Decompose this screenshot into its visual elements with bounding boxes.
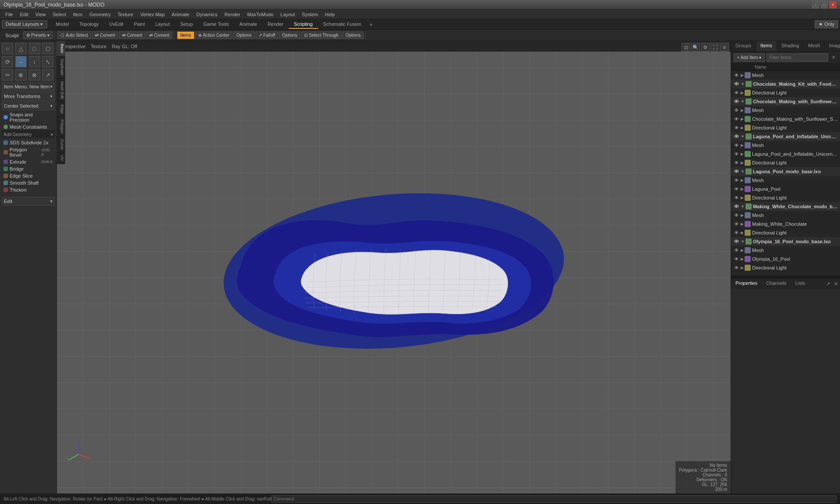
cut-icon-btn[interactable]: ✂ (2, 69, 13, 80)
list-item[interactable]: 👁 ▶ Making_White_Chocolate (731, 220, 840, 228)
command-input[interactable] (271, 495, 836, 503)
falloff-button[interactable]: ↗ Falloff (256, 32, 278, 39)
vp-fullscreen-icon[interactable]: ⛶ (710, 43, 719, 52)
options3-button[interactable]: Options (343, 32, 364, 39)
item-list[interactable]: 👁 ▶ Mesh 👁 ▼ Chocolate_Making_Kit_with_F… (731, 71, 840, 276)
visibility-icon[interactable]: 👁 (733, 107, 740, 114)
vp-settings-icon[interactable]: ⚙ (701, 43, 710, 52)
arrow-icon-btn[interactable]: ↗ (42, 69, 53, 80)
item-menu-dropdown[interactable]: Item Menu: New Item ▾ (2, 82, 55, 91)
tab-groups[interactable]: Groups (731, 41, 756, 51)
list-item[interactable]: 👁 ▶ Mesh (731, 246, 840, 255)
bottom-expand-icon[interactable]: ↗ (824, 280, 832, 288)
list-item-selected[interactable]: 👁 ▼ Olympia_16_Pool_modo_base.lxo (731, 237, 840, 246)
visibility-icon[interactable]: 👁 (733, 264, 740, 271)
minimize-button[interactable]: − (812, 1, 819, 8)
list-item[interactable]: 👁 ▼ Making_White_Chocolate_modo_base.lxo (731, 202, 840, 211)
tab-channels[interactable]: Channels (762, 279, 791, 289)
edit-dropdown[interactable]: Edit ▾ (2, 197, 55, 206)
viewport[interactable]: Perspective Texture Ray GL: Off ⊡ 🔍 ⚙ ⛶ … (57, 41, 731, 494)
list-item[interactable]: 👁 ▶ Laguna_Pool_and_Inflatable_Unicorn_P… (731, 150, 840, 158)
remove-icon-btn[interactable]: ⊗ (29, 69, 40, 80)
visibility-icon[interactable]: 👁 (733, 229, 740, 236)
layout-dropdown[interactable]: Default Layouts ▾ (2, 20, 47, 28)
filter-clear-icon[interactable]: ✕ (830, 54, 837, 61)
tab-game-tools[interactable]: Game Tools (198, 20, 234, 29)
list-item[interactable]: 👁 ▼ Laguna_Pool_modo_base.lxo (731, 167, 840, 176)
visibility-icon[interactable]: 👁 (733, 98, 740, 105)
tab-uv[interactable]: UV (56, 153, 65, 164)
vp-menu-icon[interactable]: ≡ (720, 43, 729, 52)
circle-icon-btn[interactable]: ○ (2, 43, 13, 54)
menu-layout[interactable]: Layout (277, 11, 298, 18)
list-item[interactable]: 👁 ▶ Mesh (731, 141, 840, 150)
texture-label[interactable]: Texture (91, 44, 106, 49)
square-icon-btn[interactable]: □ (29, 43, 40, 54)
menu-system[interactable]: System (298, 11, 322, 18)
add-item-button[interactable]: + Add Item ▾ (734, 53, 765, 62)
visibility-icon[interactable]: 👁 (733, 80, 740, 88)
menu-view[interactable]: View (32, 11, 49, 18)
menu-geometry[interactable]: Geometry (86, 11, 114, 18)
move-v-icon-btn[interactable]: ↕ (29, 56, 40, 67)
menu-render[interactable]: Render (221, 11, 244, 18)
scale-icon-btn[interactable]: ⤡ (42, 56, 53, 67)
list-item[interactable]: 👁 ▶ Mesh (731, 211, 840, 220)
presets-button[interactable]: ⚙ Presets ▾ (23, 32, 52, 39)
visibility-icon[interactable]: 👁 (733, 220, 740, 228)
visibility-icon[interactable]: 👁 (733, 238, 740, 245)
convert1-button[interactable]: ⇄ Convert (92, 32, 118, 39)
tab-schematic-fusion[interactable]: Schematic Fusion (318, 20, 367, 29)
bridge-item[interactable]: Bridge (2, 165, 55, 172)
tab-topology[interactable]: Topology (74, 20, 104, 29)
menu-help[interactable]: Help (322, 11, 339, 18)
list-item[interactable]: 👁 ▼ Chocolate_Making_with_Sunflower_Seed… (731, 97, 840, 106)
list-item[interactable]: 👁 ▶ Laguna_Pool (731, 185, 840, 193)
list-item[interactable]: 👁 ▶ Mesh (731, 106, 840, 115)
tab-curve[interactable]: Curve (56, 136, 65, 153)
visibility-icon[interactable]: 👁 (733, 124, 740, 131)
menu-file[interactable]: File (2, 11, 17, 18)
visibility-icon[interactable]: 👁 (733, 247, 740, 254)
tab-properties[interactable]: Properties (731, 279, 762, 289)
tab-add-button[interactable]: + (367, 20, 375, 29)
list-item[interactable]: 👁 ▶ Directional Light (731, 263, 840, 272)
auto-select-button[interactable]: ⬡ Auto Select (57, 32, 91, 39)
tab-setup[interactable]: Setup (175, 20, 198, 29)
visibility-icon[interactable]: 👁 (733, 194, 740, 201)
visibility-icon[interactable]: 👁 (733, 203, 740, 210)
sculpt-button[interactable]: Sculpt (2, 32, 22, 39)
tab-items[interactable]: Items (756, 41, 777, 51)
tab-model[interactable]: Model (51, 20, 74, 29)
list-item[interactable]: 👁 ▶ Directional Light (731, 88, 840, 97)
menu-vertex-map[interactable]: Vertex Map (137, 11, 168, 18)
items-button[interactable]: Items (177, 32, 194, 39)
tab-duplicate[interactable]: Duplicate (56, 56, 65, 79)
tab-images[interactable]: Images (825, 41, 840, 51)
tab-shading[interactable]: Shading (777, 41, 804, 51)
menu-select[interactable]: Select (49, 11, 70, 18)
options2-button[interactable]: Options (279, 32, 300, 39)
tab-mesh-edit[interactable]: Mesh Edit (56, 79, 65, 102)
menu-maxtomodo[interactable]: MaxToModo (244, 11, 277, 18)
center-selected-dropdown[interactable]: Center Selected ▾ (2, 102, 55, 110)
maximize-button[interactable]: □ (821, 1, 828, 8)
visibility-icon[interactable]: 👁 (733, 212, 740, 219)
add-icon-btn[interactable]: ⊕ (15, 69, 27, 80)
tab-layout[interactable]: Layout (150, 20, 175, 29)
visibility-icon[interactable]: 👁 (733, 142, 740, 149)
close-button[interactable]: ✕ (830, 1, 836, 8)
bottom-close-icon[interactable]: ✕ (832, 280, 840, 288)
move-h-icon-btn[interactable]: ↔ (15, 56, 27, 67)
list-item[interactable]: 👁 ▶ Directional Light (731, 158, 840, 167)
menu-edit[interactable]: Edit (17, 11, 32, 18)
convert3-button[interactable]: ⇄ Convert (146, 32, 172, 39)
tab-edge[interactable]: Edge (56, 102, 65, 117)
convert2-button[interactable]: ⇄ Convert (119, 32, 145, 39)
action-center-button[interactable]: ⊕ Action Center (195, 32, 233, 39)
thicken-item[interactable]: Thicken (2, 186, 55, 193)
visibility-icon[interactable]: 👁 (733, 168, 740, 175)
list-item[interactable]: 👁 ▶ Mesh (731, 176, 840, 185)
list-item[interactable]: 👁 ▶ Chocolate_Making_with_Sunflower_Seed… (731, 115, 840, 123)
visibility-icon[interactable]: 👁 (733, 133, 740, 140)
